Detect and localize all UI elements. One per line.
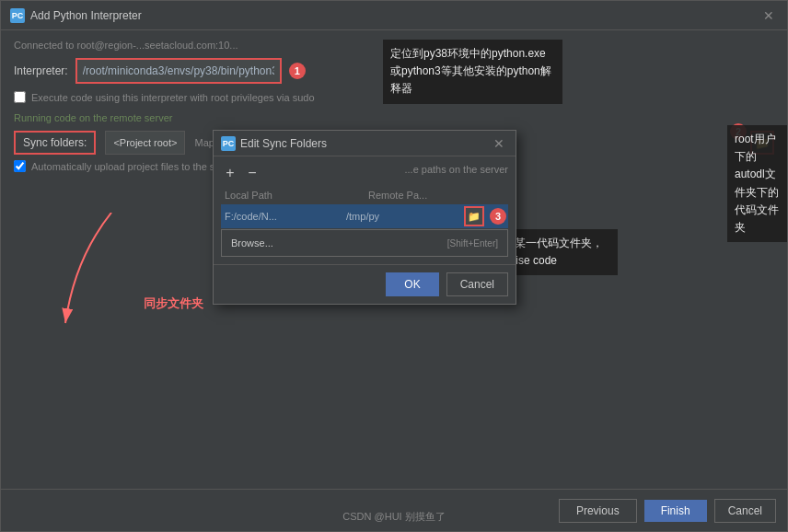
main-dialog: PC Add Python Interpreter ✕ Connected to… (0, 0, 788, 532)
col-remote-header: Remote Pa... (365, 188, 508, 202)
edit-sync-body: + − ...e paths on the server Local Path … (214, 156, 516, 264)
edit-sync-footer: OK Cancel (214, 264, 516, 304)
remote-path-cell: /tmp/py (342, 209, 464, 224)
pc-icon: PC (10, 8, 25, 23)
edit-sync-title-text: Edit Sync Folders (240, 137, 327, 150)
title-bar: PC Add Python Interpreter ✕ (1, 1, 787, 30)
badge-1: 1 (289, 63, 306, 79)
folder-cell-button[interactable]: 📁 (464, 206, 484, 226)
browse-shortcut: [Shift+Enter] (447, 238, 498, 249)
cancel-main-button[interactable]: Cancel (714, 499, 776, 523)
browse-menu: Browse... [Shift+Enter] (221, 229, 508, 257)
annotation-2: root用户下的autodl文件夹下的代码文件夹 (727, 125, 787, 242)
badge-3: 3 (490, 208, 506, 225)
auto-upload-checkbox[interactable] (14, 160, 26, 172)
remove-mapping-button[interactable]: − (243, 164, 261, 182)
dialog-title: Add Python Interpreter (30, 9, 142, 22)
folder-cell-icon: 📁 (468, 211, 481, 223)
ok-button[interactable]: OK (386, 272, 438, 296)
edit-sync-title-bar: PC Edit Sync Folders ✕ (214, 131, 516, 156)
sudo-checkbox[interactable] (14, 91, 26, 103)
interpreter-input-wrap (75, 58, 282, 84)
sudo-label: Execute code using this interpreter with… (31, 92, 315, 103)
add-mapping-button[interactable]: + (221, 164, 239, 182)
browse-menu-item[interactable]: Browse... [Shift+Enter] (222, 234, 507, 252)
arrow-svg (56, 213, 167, 332)
sync-annotation-label: 同步文件夹 (144, 295, 203, 312)
running-section-label: Running code on the remote server (14, 112, 774, 123)
edit-sync-pc-icon: PC (221, 136, 236, 151)
title-bar-left: PC Add Python Interpreter (10, 8, 142, 23)
edit-sync-cancel-button[interactable]: Cancel (446, 272, 508, 296)
interpreter-label: Interpreter: (14, 64, 68, 77)
auto-upload-label: Automatically upload project files to th… (31, 161, 238, 172)
project-root-button[interactable]: <Project root> (105, 131, 185, 155)
browse-label: Browse... (231, 237, 273, 249)
mapping-table-row[interactable]: F:/code/N... /tmp/py 📁 3 (221, 204, 508, 228)
watermark: CSDN @HUI 别摸鱼了 (342, 510, 445, 524)
edit-sync-dialog: PC Edit Sync Folders ✕ + − ...e paths on… (213, 130, 516, 305)
edit-sync-title-left: PC Edit Sync Folders (221, 136, 327, 151)
server-paths-label: ...e paths on the server (404, 164, 508, 182)
close-button[interactable]: ✕ (759, 6, 778, 25)
col-local-header: Local Path (221, 188, 365, 202)
annotation-1: 定位到py38环境中的python.exe或python3等其他安装的pytho… (383, 40, 562, 104)
previous-button[interactable]: Previous (559, 499, 637, 523)
edit-sync-toolbar: + − ...e paths on the server (221, 164, 508, 182)
edit-sync-close-button[interactable]: ✕ (490, 134, 508, 153)
finish-button[interactable]: Finish (644, 500, 707, 522)
interpreter-input[interactable] (77, 60, 280, 82)
sync-folders-box: Sync folders: (14, 131, 96, 155)
col-headers: Local Path Remote Pa... (221, 188, 508, 202)
local-path-cell: F:/code/N... (221, 209, 342, 224)
